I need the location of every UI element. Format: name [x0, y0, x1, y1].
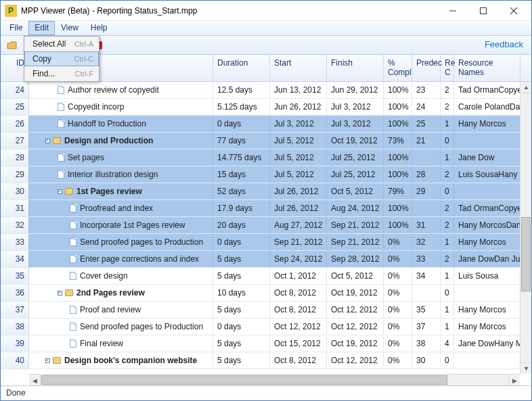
cell-finish: Aug 24, 2012: [327, 200, 384, 216]
scroll-up-arrow[interactable]: ▲: [520, 82, 531, 93]
feedback-link[interactable]: Feedback: [485, 39, 523, 49]
cell-complete: 79%: [384, 183, 412, 199]
cell-resources: [454, 133, 520, 149]
table-row[interactable]: 35Cover design5 daysOct 1, 2012Oct 5, 20…: [1, 268, 531, 285]
table-row[interactable]: 24Author review of copyedit12.5 daysJun …: [1, 82, 531, 99]
cell-complete: 100%: [384, 200, 412, 216]
collapse-icon[interactable]: [58, 291, 62, 296]
horizontal-scrollbar[interactable]: ◀ ▶: [29, 374, 520, 385]
menu-select-all[interactable]: Select AllCtrl-A: [24, 37, 99, 51]
cell-name: 2nd Pages review: [29, 285, 213, 301]
table-row[interactable]: 34Enter page corrections and index5 days…: [1, 251, 531, 268]
open-file-icon[interactable]: [5, 38, 20, 53]
table-row[interactable]: 301st Pages review52 daysJul 26, 2012Oct…: [1, 183, 531, 200]
cell-resources: Carole PolandDa: [454, 99, 520, 115]
scroll-thumb-horizontal[interactable]: [41, 375, 447, 385]
col-finish[interactable]: Finish: [327, 55, 384, 81]
vertical-scrollbar[interactable]: ▲ ▼: [520, 82, 531, 374]
app-icon: P: [5, 5, 17, 17]
svg-rect-1: [480, 7, 486, 14]
table-row[interactable]: 29Interior illustration design15 daysJul…: [1, 166, 531, 183]
cell-start: Oct 8, 2012: [270, 285, 327, 301]
cell-complete: 0%: [384, 302, 412, 318]
cell-id: 33: [1, 234, 29, 250]
scroll-down-arrow[interactable]: ▼: [520, 362, 531, 374]
table-row[interactable]: 38Send proofed pages to Production0 days…: [1, 319, 531, 335]
col-resources[interactable]: Resource Names: [454, 55, 520, 81]
cell-duration: 5 days: [213, 268, 270, 284]
cell-id: 37: [1, 302, 29, 318]
table-row[interactable]: 39Final review5 daysOct 15, 2012Oct 19, …: [1, 335, 531, 352]
task-name-text: 1st Pages review: [76, 187, 142, 196]
menu-copy[interactable]: CopyCtrl-C: [24, 51, 99, 66]
table-row[interactable]: 40Design book's companion website5 daysO…: [1, 352, 531, 369]
scroll-thumb-vertical[interactable]: [521, 217, 531, 291]
cell-start: Jun 13, 2012: [270, 82, 327, 98]
cell-id: 40: [1, 352, 29, 369]
cell-rc: 2: [441, 99, 454, 115]
minimize-button[interactable]: [437, 1, 468, 20]
document-icon: [70, 306, 76, 314]
cell-rc: 2: [441, 200, 454, 216]
cell-predecessors: 32: [412, 234, 441, 250]
col-duration[interactable]: Duration: [213, 55, 270, 81]
cell-finish: Sep 21, 2012: [327, 234, 384, 250]
menu-help[interactable]: Help: [85, 21, 114, 35]
document-icon: [58, 103, 64, 111]
cell-id: 31: [1, 200, 29, 216]
col-start[interactable]: Start: [270, 55, 327, 81]
menu-edit[interactable]: Edit: [28, 21, 55, 35]
col-rc[interactable]: Re C: [441, 55, 454, 81]
table-row[interactable]: 25Copyedit incorp5.125 daysJun 26, 2012J…: [1, 99, 531, 116]
cell-predecessors: 34: [412, 268, 441, 284]
document-icon: [70, 255, 76, 263]
collapse-icon[interactable]: [45, 358, 50, 363]
cell-predecessors: 33: [412, 251, 441, 267]
close-button[interactable]: [498, 1, 529, 20]
document-icon: [58, 86, 64, 94]
cell-finish: Oct 5, 2012: [327, 183, 384, 199]
document-icon: [70, 339, 76, 348]
table-row[interactable]: 362nd Pages review10 daysOct 8, 2012Oct …: [1, 285, 531, 302]
table-row[interactable]: 31Proofread and index17.9 daysJul 26, 20…: [1, 200, 531, 217]
scroll-right-arrow[interactable]: ▶: [508, 375, 520, 386]
table-row[interactable]: 28Set pages14.775 daysJul 5, 2012Jul 25,…: [1, 149, 531, 166]
maximize-button[interactable]: [468, 1, 498, 20]
menu-find[interactable]: Find...Ctrl-F: [24, 66, 99, 81]
table-row[interactable]: 33Send proofed pages to Production0 days…: [1, 234, 531, 251]
menu-view[interactable]: View: [55, 21, 85, 35]
table-row[interactable]: 26Handoff to Production0 daysJul 3, 2012…: [1, 116, 531, 133]
collapse-icon[interactable]: [45, 139, 50, 143]
table-row[interactable]: 27Design and Production77 daysJul 5, 201…: [1, 133, 531, 149]
cell-start: Sep 24, 2012: [270, 251, 327, 267]
cell-name: Interior illustration design: [29, 166, 213, 183]
table-row[interactable]: 32Incorporate 1st Pages review20 daysAug…: [1, 217, 531, 234]
cell-complete: 0%: [384, 285, 412, 301]
task-name-text: Proof and review: [80, 305, 141, 314]
task-name-text: Incorporate 1st Pages review: [80, 220, 185, 230]
table-row[interactable]: 37Proof and review5 daysOct 8, 2012Oct 1…: [1, 302, 531, 319]
task-name-text: Interior illustration design: [68, 170, 158, 179]
cell-resources: Hany Morcos: [454, 116, 520, 132]
cell-resources: Jane DowDan Jun: [454, 251, 520, 267]
col-complete[interactable]: % Compl: [384, 55, 412, 81]
task-name-text: Design and Production: [64, 136, 153, 145]
col-predecessors[interactable]: Predec: [412, 55, 441, 81]
cell-predecessors: 37: [412, 319, 441, 335]
window-controls: [437, 1, 529, 20]
cell-duration: 0 days: [213, 319, 270, 335]
titlebar: P MPP Viewer (Beta) - Reporting Status_S…: [1, 1, 531, 21]
cell-resources: Hany Morcos: [454, 302, 520, 318]
cell-complete: 100%: [384, 116, 412, 132]
document-icon: [58, 120, 64, 128]
cell-duration: 5 days: [213, 251, 270, 267]
cell-start: Aug 27, 2012: [270, 217, 327, 233]
grid-container: ID Name Duration Start Finish % Compl Pr…: [1, 55, 531, 386]
cell-finish: Oct 19, 2012: [327, 285, 384, 301]
collapse-icon[interactable]: [58, 189, 62, 194]
scroll-left-arrow[interactable]: ◀: [29, 375, 41, 386]
cell-start: Jul 5, 2012: [270, 133, 327, 149]
task-name-text: Enter page corrections and index: [80, 254, 199, 264]
menu-file[interactable]: File: [3, 21, 28, 35]
cell-resources: Tad OrmanCopye: [454, 82, 520, 98]
